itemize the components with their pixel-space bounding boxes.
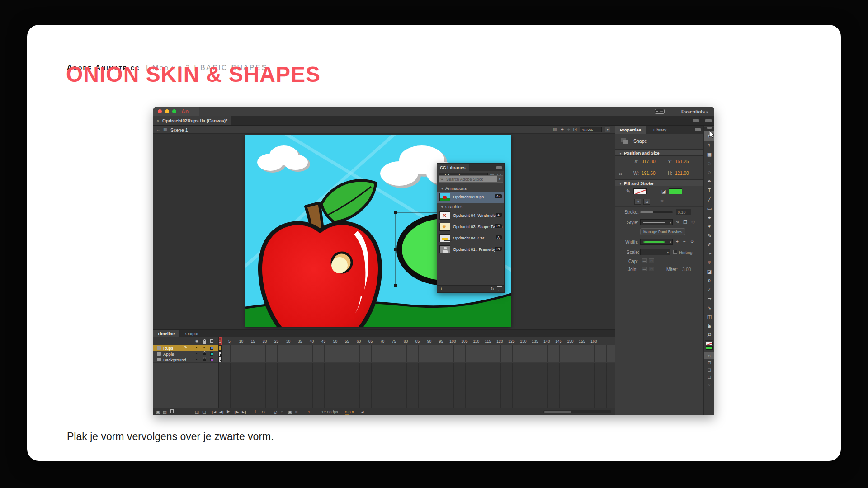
layer-name[interactable]: Background: [163, 357, 186, 362]
tool-option[interactable]: ⧠: [704, 374, 714, 381]
onion-skin-outlines-button[interactable]: ◌: [281, 409, 283, 414]
free-transform-tool[interactable]: ▦: [704, 150, 714, 159]
asset-warp-tool[interactable]: ∿: [704, 303, 714, 312]
go-to-last-frame-button[interactable]: ▶❙: [242, 410, 247, 414]
layer-outline-color-swatch[interactable]: [210, 347, 213, 350]
tab-timeline[interactable]: Timeline: [153, 330, 179, 337]
eyedropper-tool[interactable]: ∕: [704, 285, 714, 294]
w-value[interactable]: 191.60: [642, 171, 656, 176]
lock-all-icon[interactable]: [203, 341, 206, 344]
tab-output[interactable]: Output: [181, 330, 203, 337]
workspace-switcher[interactable]: Essentials ▾: [681, 109, 708, 114]
tool-option[interactable]: ◌: [704, 381, 714, 388]
play-button[interactable]: ▶: [227, 409, 230, 413]
delete-layer-button[interactable]: [170, 410, 174, 413]
cap-none-button[interactable]: —: [642, 258, 647, 263]
layer-name[interactable]: Apple: [163, 352, 174, 357]
add-width-profile-icon[interactable]: +: [676, 239, 679, 244]
stroke-size-slider[interactable]: [640, 211, 673, 213]
close-window-button[interactable]: [158, 109, 162, 113]
frame-grid[interactable]: [219, 345, 615, 408]
outline-toggle[interactable]: ▢: [202, 409, 206, 414]
stroke-size-field[interactable]: 0.10: [676, 209, 691, 215]
layer-outline-color-swatch[interactable]: [210, 358, 213, 361]
layer-lock-icon[interactable]: [203, 352, 206, 355]
center-frame-button[interactable]: ✛: [254, 409, 257, 414]
tab-properties[interactable]: Properties: [615, 126, 646, 134]
edit-stroke-style-icon[interactable]: ✎: [676, 220, 679, 225]
library-item[interactable]: Opdracht02RupsAn: [437, 192, 504, 203]
library-item[interactable]: Opdracht 03: Shape TweenPs: [437, 221, 504, 233]
layer-lock-icon[interactable]: [203, 358, 206, 361]
line-tool[interactable]: ╱: [704, 195, 714, 204]
new-layer-button[interactable]: ▣: [156, 409, 160, 414]
modify-markers-button[interactable]: ⌗: [295, 409, 297, 415]
step-forward-button[interactable]: ❙▶: [234, 410, 239, 414]
reset-width-profile-icon[interactable]: ↺: [690, 239, 694, 244]
minimize-window-button[interactable]: [165, 109, 169, 113]
x-value[interactable]: 317.80: [642, 159, 656, 164]
join-miter-button[interactable]: —: [642, 267, 647, 271]
keyframe-cell[interactable]: [219, 345, 222, 351]
paint-brush-tool[interactable]: ✑: [704, 249, 714, 258]
tab-library[interactable]: Library: [649, 126, 671, 134]
eraser-tool[interactable]: ▱: [704, 294, 714, 303]
panel-menu-icon[interactable]: [695, 128, 701, 131]
library-item[interactable]: Opdracht 04: WindmolenAi: [437, 210, 504, 221]
polystar-tool[interactable]: ✶: [704, 222, 714, 231]
camera-button[interactable]: ◫: [195, 409, 199, 414]
bone-tool[interactable]: ⋔: [704, 258, 714, 267]
toolbar-stroke-color-swatch[interactable]: [706, 342, 713, 345]
link-dimensions-icon[interactable]: ∞: [619, 171, 622, 176]
frames-area[interactable]: 1510152025303540455055606570758085909510…: [219, 337, 615, 408]
width-profile-select[interactable]: ▾: [640, 239, 673, 245]
rectangle-tool[interactable]: ▭: [704, 204, 714, 213]
cap-round-button[interactable]: ◠: [649, 258, 654, 263]
clip-content-icon[interactable]: ⊡: [573, 127, 577, 132]
gradient-transform-tool[interactable]: ◇: [704, 159, 714, 168]
scene-breadcrumb[interactable]: Scene 1: [170, 127, 188, 133]
show-hide-all-icon[interactable]: ◉: [195, 339, 198, 343]
lasso-tool[interactable]: ◌: [704, 168, 714, 177]
edit-symbols-icon[interactable]: ✦: [561, 127, 564, 132]
layer-row-background[interactable]: Background•: [153, 357, 218, 363]
pencil-tool[interactable]: ✎: [704, 231, 714, 240]
search-dropdown-icon[interactable]: ▾: [497, 176, 503, 182]
workspace-layout-icon[interactable]: [655, 109, 665, 114]
stage-zoom-select[interactable]: 165%: [580, 127, 602, 132]
step-back-button[interactable]: ◀❙: [219, 410, 224, 414]
layer-visibility-dot[interactable]: •: [196, 346, 197, 350]
loop-button[interactable]: ⟳: [262, 409, 265, 414]
fill-color-swatch[interactable]: [669, 188, 682, 194]
snap-to-objects-toggle[interactable]: ∩: [704, 352, 714, 359]
keyframe-cell[interactable]: [219, 351, 222, 357]
collapse-panels-icon[interactable]: [705, 119, 712, 122]
close-tab-icon[interactable]: ×: [156, 118, 159, 123]
frame-track-apple[interactable]: [219, 351, 615, 357]
frame-ruler[interactable]: 1510152025303540455055606570758085909510…: [219, 337, 615, 345]
adobe-stock-search[interactable]: ⚲ Search Adobe Stock ▾: [439, 175, 503, 183]
pen-tool[interactable]: ✒: [704, 177, 714, 186]
fps-indicator[interactable]: 12.00 fps: [321, 410, 338, 414]
layer-outline-color-swatch[interactable]: [210, 352, 213, 356]
onion-skin-button[interactable]: ◎: [274, 409, 277, 414]
sync-status-icon[interactable]: ↻: [491, 286, 494, 291]
stroke-color-swatch[interactable]: [633, 188, 647, 194]
timeline-scrollbar[interactable]: [543, 410, 611, 413]
layer-visibility-dot[interactable]: •: [196, 357, 197, 362]
layer-row-rups[interactable]: Rups✎••: [153, 345, 218, 351]
scroll-left-icon[interactable]: ◀: [361, 410, 363, 414]
hinting-checkbox[interactable]: [673, 250, 677, 254]
stroke-scale-option-icon[interactable]: ⊡: [643, 199, 650, 205]
art-brush-tool[interactable]: ✐: [704, 240, 714, 249]
outline-all-icon[interactable]: [210, 339, 213, 343]
toolbar-fill-color-swatch[interactable]: [706, 346, 713, 350]
edit-scene-icon[interactable]: ▥: [553, 127, 557, 132]
stroke-style-select[interactable]: ▾: [640, 219, 673, 225]
remove-width-profile-icon[interactable]: −: [683, 239, 686, 244]
object-drawing-toggle[interactable]: ⊡: [704, 359, 714, 366]
section-fill-stroke[interactable]: ▼Fill and Stroke: [615, 179, 703, 186]
library-section-animations[interactable]: ▼Animations: [437, 184, 504, 192]
tool-option[interactable]: ❏: [704, 366, 714, 374]
document-tab[interactable]: × Opdracht02Rups.fla (Canvas)*: [153, 116, 231, 125]
